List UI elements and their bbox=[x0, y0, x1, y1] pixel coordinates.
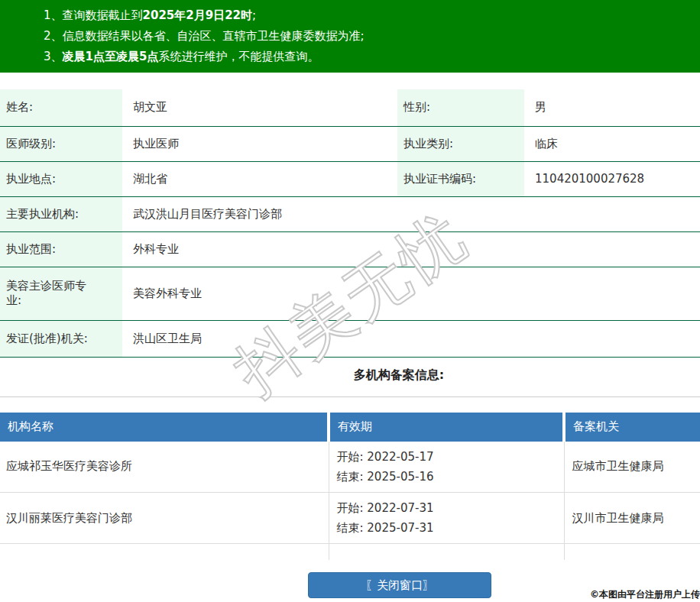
table-row: 汉川丽莱医疗美容门诊部 开始: 2022-07-31 结束: 2025-07-3… bbox=[0, 493, 700, 544]
field-label-practice-scope: 执业范围: bbox=[0, 231, 122, 267]
field-value-cosmetic-specialty: 美容外科专业 bbox=[122, 267, 700, 320]
table-row: 医师级别: 执业医师 执业类别: 临床 bbox=[0, 126, 700, 161]
field-label-practice-category: 执业类别: bbox=[397, 126, 524, 161]
notice-number: 2、 bbox=[44, 29, 63, 43]
filing-authority bbox=[564, 544, 700, 560]
filing-authority: 汉川市卫生健康局 bbox=[564, 493, 700, 544]
filing-table: 机构名称 有效期 备案机关 应城祁玉华医疗美容诊所 开始: 2022-05-17… bbox=[0, 413, 700, 560]
table-row: 应城祁玉华医疗美容诊所 开始: 2022-05-17 结束: 2025-05-1… bbox=[0, 442, 700, 493]
notice-bold-text: 2025年2月9日22时 bbox=[143, 8, 253, 22]
field-value-main-institution: 武汉洪山月目医疗美容门诊部 bbox=[122, 196, 700, 231]
field-value-name: 胡文亚 bbox=[122, 89, 397, 126]
validity-period: 开始: 2023-01-06 bbox=[329, 544, 564, 560]
institution-name: 应城祁玉华医疗美容诊所 bbox=[0, 442, 329, 493]
field-label-issuing-authority: 发证(批准)机关: bbox=[0, 320, 122, 357]
validity-start: 开始: 2022-05-17 bbox=[337, 447, 564, 467]
notice-number: 3、 bbox=[44, 50, 63, 63]
doctor-profile-table: 姓名: 胡文亚 性别: 男 医师级别: 执业医师 执业类别: 临床 执业地点: … bbox=[0, 89, 700, 358]
table-row: 美容主诊医师专业: 美容外科专业 bbox=[0, 267, 700, 320]
filing-authority: 应城市卫生健康局 bbox=[564, 442, 700, 493]
table-row: 开始: 2023-01-06 bbox=[0, 544, 700, 560]
notice-bar: 1、查询数据截止到2025年2月9日22时; 2、信息数据结果以各省、自治区、直… bbox=[0, 0, 700, 73]
table-row: 发证(批准)机关: 洪山区卫生局 bbox=[0, 320, 700, 357]
filing-table-container: 机构名称 有效期 备案机关 应城祁玉华医疗美容诊所 开始: 2022-05-17… bbox=[0, 413, 700, 560]
notice-text: 信息数据结果以各省、自治区、直辖市卫生健康委数据为准; bbox=[63, 29, 365, 43]
notice-number: 1、 bbox=[44, 8, 63, 22]
field-label-cosmetic-specialty: 美容主诊医师专业: bbox=[0, 267, 122, 320]
notice-text: 系统进行维护，不能提供查询。 bbox=[158, 50, 319, 63]
table-row: 姓名: 胡文亚 性别: 男 bbox=[0, 89, 700, 126]
field-value-gender: 男 bbox=[524, 89, 700, 126]
notice-line-3: 3、凌晨1点至凌晨5点系统进行维护，不能提供查询。 bbox=[44, 47, 700, 67]
field-value-practice-scope: 外科专业 bbox=[122, 231, 700, 267]
notice-bold-text: 凌晨1点至凌晨5点 bbox=[63, 50, 159, 63]
table-row: 主要执业机构: 武汉洪山月目医疗美容门诊部 bbox=[0, 196, 700, 231]
notice-line-1: 1、查询数据截止到2025年2月9日22时; bbox=[44, 5, 700, 26]
multi-institution-section-title: 多机构备案信息: bbox=[0, 358, 700, 397]
field-value-practice-location: 湖北省 bbox=[122, 161, 397, 196]
field-label-doctor-level: 医师级别: bbox=[0, 126, 122, 161]
table-row: 执业范围: 外科专业 bbox=[0, 231, 700, 267]
field-value-issuing-authority: 洪山区卫生局 bbox=[122, 320, 700, 357]
institution-name bbox=[0, 544, 329, 560]
field-value-practice-category: 临床 bbox=[524, 126, 700, 161]
uploaded-by-user-note: ©本图由平台注册用户上传 bbox=[590, 588, 700, 601]
column-header-filing-authority: 备案机关 bbox=[564, 413, 700, 442]
field-label-practice-location: 执业地点: bbox=[0, 161, 122, 196]
field-label-gender: 性别: bbox=[397, 89, 524, 126]
table-row: 执业地点: 湖北省 执业证书编码: 110420100027628 bbox=[0, 161, 700, 196]
field-value-doctor-level: 执业医师 bbox=[122, 126, 397, 161]
column-header-validity: 有效期 bbox=[329, 413, 564, 442]
column-header-institution-name: 机构名称 bbox=[0, 413, 329, 442]
field-label-main-institution: 主要执业机构: bbox=[0, 196, 122, 231]
close-window-button[interactable]: 〖关闭窗口〗 bbox=[308, 572, 491, 598]
filing-header-row: 机构名称 有效期 备案机关 bbox=[0, 413, 700, 442]
institution-name: 汉川丽莱医疗美容门诊部 bbox=[0, 493, 329, 544]
field-label-name: 姓名: bbox=[0, 89, 122, 126]
field-value-certificate-number: 110420100027628 bbox=[524, 161, 700, 196]
validity-end: 结束: 2025-07-31 bbox=[337, 518, 564, 538]
query-result-page: 1、查询数据截止到2025年2月9日22时; 2、信息数据结果以各省、自治区、直… bbox=[0, 0, 700, 602]
notice-text: ; bbox=[252, 8, 256, 22]
notice-line-2: 2、信息数据结果以各省、自治区、直辖市卫生健康委数据为准; bbox=[44, 26, 700, 47]
notice-text: 查询数据截止到 bbox=[63, 8, 143, 22]
validity-period: 开始: 2022-07-31 结束: 2025-07-31 bbox=[329, 493, 564, 544]
validity-period: 开始: 2022-05-17 结束: 2025-05-16 bbox=[329, 442, 564, 493]
field-label-certificate-number: 执业证书编码: bbox=[397, 161, 524, 196]
validity-end: 结束: 2025-05-16 bbox=[337, 467, 564, 487]
validity-start: 开始: 2022-07-31 bbox=[337, 498, 564, 518]
